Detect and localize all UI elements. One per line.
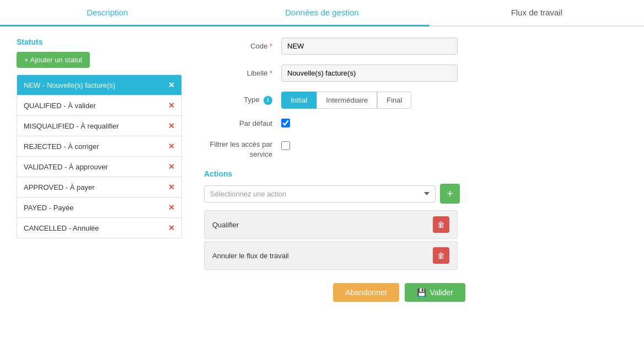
delete-icon-cancelled[interactable]: ✕ [168, 223, 175, 232]
status-item-label: APPROVED - À payer [24, 183, 95, 191]
delete-icon-new[interactable]: ✕ [168, 81, 175, 89]
left-panel: Statuts + Ajouter un statut NEW - Nouvel… [17, 38, 182, 302]
status-item-label: QUALIFIED - À valider [24, 102, 96, 110]
delete-action-qualifier[interactable]: 🗑 [433, 216, 449, 233]
delete-icon-payed[interactable]: ✕ [168, 203, 175, 212]
delete-icon-rejected[interactable]: ✕ [168, 142, 175, 151]
statuts-title: Statuts [17, 38, 182, 46]
abandon-button[interactable]: Abandonner [333, 283, 399, 302]
tab-flux-travail[interactable]: Flux de travail [430, 0, 644, 26]
bottom-buttons: Abandonner 💾 Valider [171, 283, 627, 302]
delete-icon-validated[interactable]: ✕ [168, 162, 175, 171]
delete-icon-approved[interactable]: ✕ [168, 183, 175, 191]
valider-button[interactable]: 💾 Valider [405, 283, 465, 302]
filtrer-row: Filtrer les accès par service [204, 137, 627, 159]
status-item-label: CANCELLED - Annulée [24, 224, 99, 232]
status-item-misqualified[interactable]: MISQUALIFIED - À requalifier ✕ [17, 116, 181, 136]
status-item-label: VALIDATED - À approuver [24, 163, 108, 171]
delete-action-annuler[interactable]: 🗑 [433, 247, 449, 264]
libelle-label: Libellé * [204, 69, 281, 77]
filtrer-label: Filtrer les accès par service [204, 140, 281, 159]
tabs-bar: Description Données de gestion Flux de t… [0, 0, 644, 26]
tab-donnees-gestion[interactable]: Données de gestion [214, 0, 429, 26]
status-item-label: NEW - Nouvelle(s) facture(s) [24, 81, 115, 89]
type-button-group: Initial Intermédiaire Final [281, 92, 411, 109]
code-label: Code * [204, 42, 281, 50]
action-select[interactable]: Sélectionnez une action [204, 185, 436, 203]
actions-row: Sélectionnez une action + [204, 184, 627, 204]
status-list: NEW - Nouvelle(s) facture(s) ✕ QUALIFIED… [17, 74, 182, 238]
add-statut-button[interactable]: + Ajouter un statut [17, 52, 90, 68]
par-defaut-row: Par défaut [204, 119, 627, 127]
libelle-row: Libellé * [204, 65, 627, 82]
type-row: Type i Initial Intermédiaire Final [204, 92, 627, 109]
type-btn-initial[interactable]: Initial [281, 92, 316, 109]
status-item-cancelled[interactable]: CANCELLED - Annulée ✕ [17, 218, 181, 238]
add-action-button[interactable]: + [440, 184, 460, 204]
status-item-qualified[interactable]: QUALIFIED - À valider ✕ [17, 95, 181, 116]
status-item-label: REJECTED - À corriger [24, 142, 99, 151]
filtrer-checkbox[interactable] [281, 141, 290, 150]
code-input[interactable] [281, 38, 458, 55]
type-label: Type i [204, 95, 281, 105]
tab-description[interactable]: Description [0, 0, 214, 26]
action-item-annuler: Annuler le flux de travail 🗑 [204, 241, 458, 270]
code-row: Code * [204, 38, 627, 55]
actions-section: Actions Sélectionnez une action + Qualif… [204, 169, 627, 270]
delete-icon-misqualified[interactable]: ✕ [168, 121, 175, 130]
delete-icon-qualified[interactable]: ✕ [168, 101, 175, 110]
info-icon[interactable]: i [264, 96, 272, 105]
main-content: Statuts + Ajouter un statut NEW - Nouvel… [0, 26, 644, 313]
action-label-annuler: Annuler le flux de travail [212, 252, 289, 260]
save-icon: 💾 [417, 288, 426, 297]
status-item-label: PAYED - Payée [24, 204, 74, 212]
action-label-qualifier: Qualifier [212, 221, 239, 229]
status-item-rejected[interactable]: REJECTED - À corriger ✕ [17, 136, 181, 157]
status-item-label: MISQUALIFIED - À requalifier [24, 122, 119, 130]
valider-label: Valider [430, 288, 453, 297]
trash-icon-2: 🗑 [437, 251, 445, 260]
status-item-validated[interactable]: VALIDATED - À approuver ✕ [17, 157, 181, 177]
trash-icon: 🗑 [437, 220, 445, 229]
status-item-payed[interactable]: PAYED - Payée ✕ [17, 198, 181, 218]
par-defaut-label: Par défaut [204, 119, 281, 127]
actions-title: Actions [204, 169, 627, 178]
libelle-input[interactable] [281, 65, 458, 82]
type-btn-intermediaire[interactable]: Intermédiaire [316, 92, 377, 109]
action-item-qualifier: Qualifier 🗑 [204, 210, 458, 239]
type-btn-final[interactable]: Final [377, 92, 411, 109]
status-item-approved[interactable]: APPROVED - À payer ✕ [17, 177, 181, 198]
par-defaut-checkbox[interactable] [281, 119, 290, 127]
status-item-new[interactable]: NEW - Nouvelle(s) facture(s) ✕ [17, 75, 181, 95]
right-panel: Code * Libellé * Type i Initial Interméd… [204, 38, 627, 302]
action-list: Qualifier 🗑 Annuler le flux de travail 🗑 [204, 210, 458, 270]
